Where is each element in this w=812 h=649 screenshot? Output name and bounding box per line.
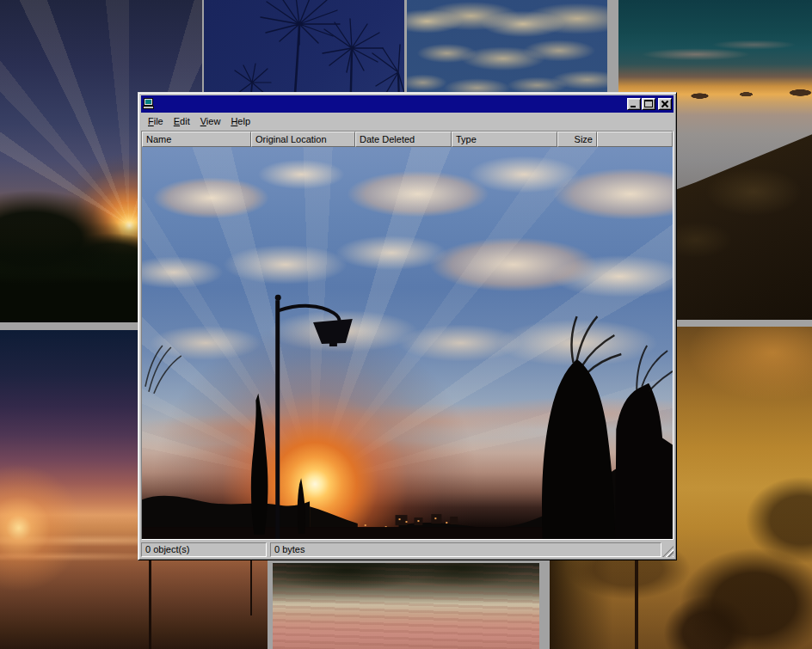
resize-grip-icon[interactable]	[662, 546, 674, 557]
close-button[interactable]	[658, 98, 672, 110]
column-header-row: Name Original Location Date Deleted Type…	[142, 132, 673, 147]
computer-monitor-icon	[143, 98, 156, 110]
column-header-type[interactable]: Type	[452, 132, 557, 147]
column-header-filler	[597, 132, 673, 147]
menu-file[interactable]: File	[143, 114, 169, 128]
maximize-icon	[644, 100, 653, 107]
menu-help[interactable]: Help	[225, 114, 255, 128]
lake-post	[149, 552, 151, 649]
column-header-size[interactable]: Size	[557, 132, 597, 147]
minimize-icon	[631, 106, 636, 107]
recycle-bin-window: File Edit View Help Name Original Locati…	[138, 92, 677, 560]
bg-photo-water-reflection	[273, 563, 539, 649]
list-view-frame: Name Original Location Date Deleted Type…	[141, 131, 674, 540]
column-header-name[interactable]: Name	[142, 132, 251, 147]
desktop-wallpaper-collage: File Edit View Help Name Original Locati…	[0, 0, 812, 649]
list-view-content-area[interactable]	[142, 147, 673, 539]
column-header-original-location[interactable]: Original Location	[251, 132, 355, 147]
status-total-size: 0 bytes	[270, 542, 661, 557]
menu-view[interactable]: View	[195, 114, 226, 128]
column-header-date-deleted[interactable]: Date Deleted	[355, 132, 452, 147]
status-bar: 0 object(s) 0 bytes	[141, 542, 674, 557]
title-bar[interactable]	[141, 95, 674, 113]
status-object-count: 0 object(s)	[141, 542, 267, 557]
street-lamp-silhouette	[275, 295, 353, 539]
minimize-button[interactable]	[627, 98, 641, 110]
photo-silhouettes	[142, 147, 673, 539]
maximize-button[interactable]	[642, 98, 655, 110]
lake-post	[250, 559, 252, 615]
golden-photo-pole	[635, 557, 638, 649]
menu-edit[interactable]: Edit	[169, 114, 195, 128]
menu-bar: File Edit View Help	[141, 113, 674, 130]
